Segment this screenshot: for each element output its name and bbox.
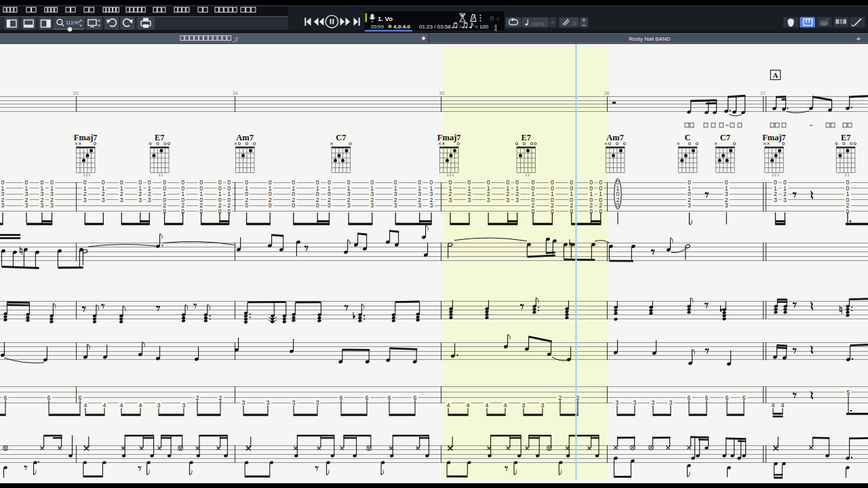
- svg-text:3: 3: [83, 197, 87, 203]
- svg-text:=: =: [459, 24, 462, 29]
- svg-text:3: 3: [138, 197, 142, 203]
- svg-text:2 1: 2 1: [159, 174, 163, 177]
- svg-text:3: 3: [725, 202, 728, 209]
- svg-text:4: 4: [139, 402, 142, 409]
- svg-text:3: 3: [616, 399, 619, 406]
- svg-text:5: 5: [847, 389, 850, 396]
- svg-text:36: 36: [604, 91, 610, 96]
- svg-text:3: 3: [394, 202, 397, 209]
- svg-text:C: C: [684, 133, 690, 142]
- svg-text:3: 3: [506, 197, 509, 203]
- svg-text:3 2 1: 3 2 1: [772, 174, 779, 177]
- svg-text:4: 4: [103, 402, 106, 409]
- svg-text:Fmaj7: Fmaj7: [437, 133, 461, 142]
- svg-text:+: +: [856, 35, 861, 43]
- svg-text:6: 6: [340, 394, 343, 401]
- svg-text:3: 3: [182, 402, 186, 409]
- svg-text:3: 3: [487, 197, 490, 203]
- svg-text:2: 2: [219, 394, 222, 401]
- svg-text:2 1: 2 1: [525, 174, 530, 177]
- svg-text:Am7: Am7: [236, 133, 254, 142]
- svg-text:3: 3: [468, 197, 471, 203]
- svg-text:100%: 100%: [532, 21, 545, 27]
- svg-text:0: 0: [245, 202, 248, 209]
- svg-text:4: 4: [494, 27, 497, 32]
- svg-text:2: 2: [559, 394, 562, 401]
- svg-text:3: 3: [157, 402, 161, 409]
- svg-text:Fmaj7: Fmaj7: [762, 133, 786, 142]
- svg-text:C7: C7: [336, 133, 346, 142]
- svg-text:4: 4: [772, 402, 775, 409]
- svg-text:E7: E7: [155, 133, 165, 142]
- svg-text:3: 3: [102, 197, 105, 203]
- svg-text:E7: E7: [841, 133, 851, 142]
- svg-text:3: 3: [25, 202, 28, 209]
- svg-text:3: 3: [541, 402, 545, 409]
- svg-text:3: 3: [783, 197, 787, 203]
- svg-text:33: 33: [73, 91, 79, 96]
- svg-text:3: 3: [669, 399, 673, 406]
- svg-text:6: 6: [743, 394, 746, 401]
- svg-text:3: 3: [370, 202, 374, 209]
- svg-text:0: 0: [269, 202, 272, 209]
- svg-text:3: 3: [774, 197, 777, 203]
- svg-text:3: 3: [292, 399, 296, 406]
- svg-text:4: 4: [84, 402, 87, 409]
- svg-text:01:23 / 03:58: 01:23 / 03:58: [419, 24, 451, 30]
- svg-text:A: A: [773, 71, 778, 79]
- svg-text:6: 6: [388, 394, 391, 401]
- svg-text:3: 3: [242, 399, 245, 406]
- svg-text:Rusty Nail BAND: Rusty Nail BAND: [629, 36, 671, 42]
- svg-text:4.0:4.0: 4.0:4.0: [393, 24, 410, 30]
- svg-text:6: 6: [47, 394, 51, 401]
- svg-text:3: 3: [316, 399, 319, 406]
- svg-text:3: 3: [41, 202, 44, 209]
- svg-text:0: 0: [328, 202, 331, 209]
- svg-text:111%*: 111%*: [66, 20, 80, 26]
- svg-text:3 2 1: 3 2 1: [83, 174, 91, 177]
- svg-text:6: 6: [414, 394, 417, 401]
- svg-text:6: 6: [726, 394, 729, 401]
- svg-text:4: 4: [486, 402, 489, 409]
- svg-text:3: 3: [633, 399, 637, 406]
- svg-text:Fmaj7: Fmaj7: [74, 133, 98, 142]
- svg-text:_2: _2: [232, 37, 238, 42]
- svg-text:3: 3: [522, 402, 526, 409]
- svg-text:6: 6: [705, 394, 709, 401]
- svg-text:3: 3: [688, 202, 691, 209]
- svg-text:34: 34: [233, 91, 238, 96]
- svg-text:3: 3: [430, 202, 433, 209]
- svg-text:3: 3: [1, 202, 5, 209]
- svg-text:3: 3: [120, 197, 123, 203]
- svg-text:3: 3: [50, 202, 54, 209]
- svg-text:Am7: Am7: [606, 133, 624, 142]
- svg-text:C7: C7: [720, 133, 730, 142]
- svg-text:35/99: 35/99: [370, 24, 384, 30]
- svg-text:3: 3: [148, 197, 151, 203]
- svg-text:0: 0: [292, 202, 295, 209]
- svg-text:2: 2: [196, 394, 199, 401]
- svg-text:37: 37: [760, 91, 766, 96]
- svg-text:6: 6: [366, 394, 369, 401]
- svg-text:1. Vo: 1. Vo: [378, 15, 393, 22]
- svg-text:0: 0: [316, 202, 319, 209]
- svg-text:E7: E7: [521, 133, 532, 142]
- svg-text:0: 0: [573, 20, 576, 26]
- svg-text:4: 4: [120, 402, 123, 409]
- svg-text:3: 3: [652, 399, 655, 406]
- svg-text:3: 3: [418, 202, 421, 209]
- svg-text:4: 4: [447, 402, 450, 409]
- svg-text:3: 3: [347, 202, 351, 209]
- svg-text:4: 4: [781, 402, 785, 409]
- svg-text:6: 6: [4, 394, 7, 401]
- svg-text:B: B: [490, 14, 494, 22]
- svg-text:2 1: 2 1: [845, 174, 850, 177]
- svg-text:3: 3: [267, 399, 270, 406]
- svg-text:= 100: = 100: [475, 24, 489, 30]
- svg-text:3 2 1: 3 2 1: [447, 174, 454, 177]
- svg-text:4: 4: [496, 16, 500, 22]
- svg-text:4: 4: [467, 402, 470, 409]
- svg-text:6: 6: [79, 394, 82, 401]
- svg-text:4: 4: [504, 402, 507, 409]
- svg-text:6: 6: [688, 394, 691, 401]
